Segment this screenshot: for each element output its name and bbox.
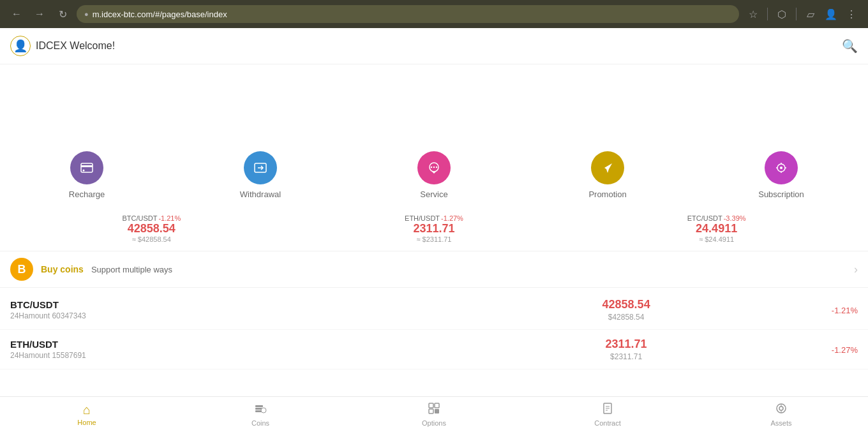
btc-usd: ≈ $42858.54: [132, 235, 171, 243]
home-icon: ⌂: [83, 403, 91, 417]
action-service[interactable]: Service: [402, 151, 466, 199]
menu-button[interactable]: ⋮: [842, 5, 860, 23]
eth-market-usd: $2311.71: [421, 352, 831, 361]
assets-label: Assets: [770, 419, 791, 427]
options-icon: [428, 402, 440, 418]
price-ticker: BTC/USDT -1.21% 42858.54 ≈ $42858.54 ETH…: [0, 209, 868, 251]
market-row-eth[interactable]: ETH/USDT 24Hamount 15587691 2311.71 $231…: [0, 330, 868, 369]
quick-actions: Recharge Withdrawal Servi: [0, 141, 868, 209]
svg-rect-14: [429, 403, 433, 408]
app-content: 👤 IDCEX Welcome! 🔍 Recharge: [0, 28, 868, 396]
btc-market-price: 42858.54: [421, 298, 831, 311]
btc-pair: BTC/USDT: [122, 214, 157, 222]
action-recharge[interactable]: Recharge: [55, 151, 119, 199]
header-left: 👤 IDCEX Welcome!: [10, 36, 115, 56]
svg-rect-17: [435, 409, 439, 413]
eth-price: 2311.71: [413, 222, 454, 235]
browser-actions: ☆ ⬡ ▱ 👤 ⋮: [744, 5, 860, 23]
user-icon: 👤: [10, 36, 31, 56]
market-list: BTC/USDT 24Hamount 60347343 42858.54 $42…: [0, 290, 868, 369]
recharge-icon: [70, 151, 103, 184]
service-icon: [417, 151, 451, 184]
etc-price: 24.4911: [696, 222, 737, 235]
divider2: [796, 8, 797, 20]
coins-label: Coins: [251, 419, 269, 427]
recharge-label: Recharge: [69, 190, 105, 199]
nav-assets[interactable]: Assets: [694, 397, 868, 432]
header-title: IDCEX Welcome!: [36, 40, 115, 52]
app-header: 👤 IDCEX Welcome! 🔍: [0, 28, 868, 64]
svg-point-13: [261, 408, 266, 413]
action-subscription[interactable]: Subscription: [749, 151, 813, 199]
market-left-btc: BTC/USDT 24Hamount 60347343: [10, 299, 421, 320]
eth-market-volume: 24Hamount 15587691: [10, 351, 421, 360]
btc-market-volume: 24Hamount 60347343: [10, 311, 421, 320]
coins-icon: [254, 402, 267, 418]
buy-coins-label: Buy coins: [41, 264, 84, 274]
market-left-eth: ETH/USDT 24Hamount 15587691: [10, 339, 421, 360]
split-view-button[interactable]: ▱: [802, 5, 819, 23]
withdrawal-label: Withdrawal: [240, 190, 281, 199]
svg-point-2: [83, 170, 85, 172]
contract-label: Contract: [594, 419, 621, 427]
divider: [767, 8, 768, 20]
nav-options[interactable]: Options: [347, 397, 521, 432]
buy-coins-banner[interactable]: B Buy coins Support multiple ways ›: [0, 251, 868, 288]
svg-rect-1: [81, 165, 93, 167]
ticker-btc[interactable]: BTC/USDT -1.21% 42858.54 ≈ $42858.54: [122, 214, 181, 243]
svg-point-23: [779, 406, 783, 410]
svg-point-5: [431, 167, 432, 168]
svg-rect-15: [435, 403, 439, 408]
ticker-eth[interactable]: ETH/USDT -1.27% 2311.71 ≈ $2311.71: [405, 214, 463, 243]
banner-area: [0, 64, 868, 141]
nav-coins[interactable]: Coins: [174, 397, 347, 432]
forward-button[interactable]: →: [31, 5, 49, 23]
contract-icon: [601, 402, 614, 418]
bookmark-button[interactable]: ☆: [744, 5, 762, 23]
subscription-icon: [765, 151, 798, 184]
promotion-label: Promotion: [588, 190, 626, 199]
etc-usd: ≈ $24.4911: [699, 235, 734, 243]
btc-price: 42858.54: [128, 222, 176, 235]
profile-button[interactable]: 👤: [822, 5, 840, 23]
svg-point-6: [433, 167, 435, 168]
market-right-btc: -1.21%: [832, 304, 858, 316]
eth-market-pair: ETH/USDT: [10, 339, 421, 350]
subscription-label: Subscription: [758, 190, 804, 199]
market-right-eth: -1.27%: [832, 344, 858, 355]
eth-market-change: -1.27%: [832, 345, 858, 355]
market-row-btc[interactable]: BTC/USDT 24Hamount 60347343 42858.54 $42…: [0, 290, 868, 330]
eth-usd: ≈ $2311.71: [416, 235, 451, 243]
market-center-eth: 2311.71 $2311.71: [421, 338, 831, 361]
action-promotion[interactable]: Promotion: [576, 151, 640, 199]
svg-rect-10: [255, 405, 263, 407]
svg-rect-0: [81, 163, 93, 172]
nav-home[interactable]: ⌂ Home: [0, 397, 174, 432]
action-withdrawal[interactable]: Withdrawal: [228, 151, 292, 199]
buy-coins-arrow-icon: ›: [854, 263, 858, 276]
eth-market-price: 2311.71: [421, 338, 831, 351]
svg-point-9: [780, 167, 782, 169]
browser-chrome: ← → ↻ ● ☆ ⬡ ▱ 👤 ⋮: [0, 0, 868, 28]
home-label: Home: [77, 419, 96, 426]
back-button[interactable]: ←: [8, 5, 26, 23]
eth-pair: ETH/USDT: [405, 214, 440, 222]
ticker-etc[interactable]: ETC/USDT -3.39% 24.4911 ≈ $24.4911: [687, 214, 746, 243]
url-input[interactable]: [93, 10, 731, 19]
search-button[interactable]: 🔍: [842, 38, 858, 54]
withdrawal-icon: [244, 151, 277, 184]
bottom-nav: ⌂ Home Coins Options: [0, 396, 868, 432]
btc-market-pair: BTC/USDT: [10, 299, 421, 310]
eth-change: -1.27%: [441, 214, 463, 222]
reload-button[interactable]: ↻: [54, 5, 71, 23]
btc-change: -1.21%: [158, 214, 181, 222]
etc-pair: ETC/USDT: [687, 214, 722, 222]
nav-contract[interactable]: Contract: [521, 397, 694, 432]
extension-button[interactable]: ⬡: [773, 5, 791, 23]
assets-icon: [775, 402, 788, 418]
buy-coins-subtitle: Support multiple ways: [91, 265, 172, 274]
btc-market-change: -1.21%: [832, 306, 858, 315]
promotion-icon: [591, 151, 624, 184]
svg-rect-16: [429, 409, 433, 413]
market-center-btc: 42858.54 $42858.54: [421, 298, 831, 322]
